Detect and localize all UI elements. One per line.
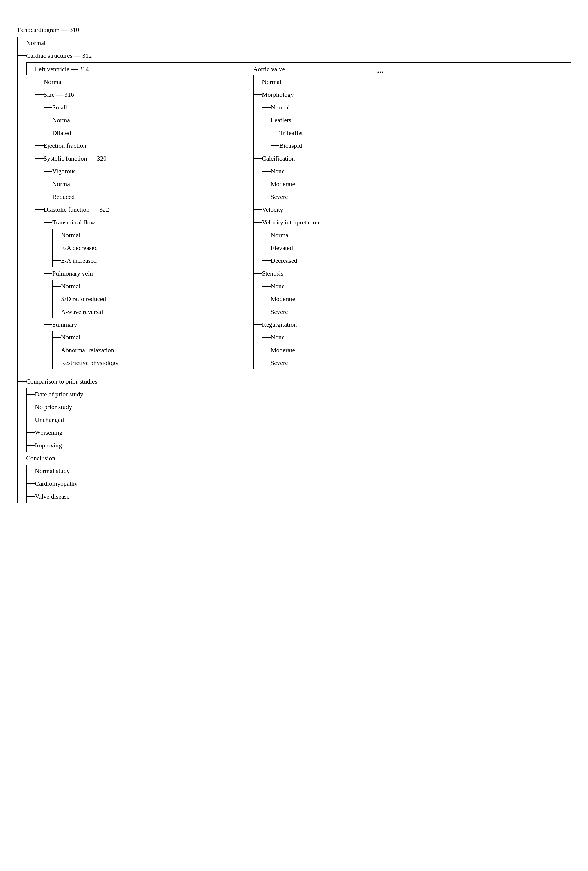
unchanged: Unchanged [27,413,83,426]
systolic-normal: Normal [44,178,76,190]
root-node: Echocardiogram — 310 Normal Cardiac stru… [17,23,571,503]
main-tree: Echocardiogram — 310 Normal Cardiac stru… [17,17,571,503]
pulm-sd-reduced: S/D ratio reduced [53,293,106,305]
sten-severe: Severe [262,305,295,318]
regurg-moderate: Moderate [262,344,295,356]
transmitral-ea-decreased: E/A decreased [53,242,97,254]
left-ventricle-label: Left ventricle [35,65,69,73]
pulm-a-wave: A-wave reversal [53,305,106,318]
sten-none: None [262,280,295,293]
velocity-interp-row: Velocity interpretation [254,216,319,229]
summary-abnormal: Abnormal relaxation [53,344,119,356]
aortic-valve-label: Aortic valve [253,65,285,73]
transmitral-normal: Normal [53,229,97,242]
pulm-normal: Normal [53,280,106,293]
cardiomyopathy: Cardiomyopathy [27,477,78,490]
vi-normal: Normal [262,229,297,242]
stenosis-row: Stenosis [254,267,319,280]
sten-moderate: Moderate [262,293,295,305]
left-ventricle-ref: 314 [79,65,89,73]
ellipsis-node: ... [377,63,383,75]
regurgitation-row: Regurgitation [254,318,319,331]
regurg-severe: Severe [262,356,295,369]
valve-disease: Valve disease [27,490,78,503]
node-left-ventricle-row: Left ventricle — 314 [27,63,207,75]
vi-decreased: Decreased [262,254,297,267]
date-prior: Date of prior study [27,388,83,401]
leaflets-row: Leaflets [262,114,303,127]
worsening: Worsening [27,426,83,439]
summary-normal: Normal [53,331,119,344]
av-normal: Normal [254,75,319,88]
diastolic-function-row: Diastolic function — 322 [36,203,207,216]
aortic-valve-row: Aortic valve [253,63,319,75]
transmitral-ea-increased: E/A increased [53,254,97,267]
calc-severe: Severe [262,190,295,203]
morphology-row: Morphology [254,88,319,101]
calc-none: None [262,165,295,178]
conclusion-row: Conclusion [18,452,571,464]
size-dilated: Dilated [44,127,72,139]
cardiac-structures-label: Cardiac structures [26,52,72,60]
systolic-function-row: Systolic function — 320 [36,152,207,165]
regurg-none: None [262,331,295,344]
bicuspid: Bicuspid [271,139,303,152]
calc-moderate: Moderate [262,178,295,190]
summary-restrictive: Restrictive physiology [53,356,119,369]
vi-elevated: Elevated [262,242,297,254]
improving: Improving [27,439,83,452]
node-cardiac-structures-row: Cardiac structures — 312 [18,49,571,62]
comparison-row: Comparison to prior studies [18,375,571,388]
ejection-fraction-row: Ejection fraction [36,139,207,152]
systolic-reduced: Reduced [44,190,76,203]
transmitral-flow-row: Transmitral flow [44,216,207,229]
size-small: Small [44,101,72,114]
size-row: Size — 316 [36,88,207,101]
calcification-row: Calcification [254,152,319,165]
normal-study: Normal study [27,464,78,477]
node-echocardiogram-normal: Normal [18,37,571,49]
root-ref: 310 [69,26,79,34]
lv-normal: Normal [36,75,207,88]
summary-row: Summary [44,318,207,331]
velocity-row: Velocity [254,203,319,216]
morph-normal: Normal [262,101,303,114]
root-label: Echocardiogram [17,26,60,34]
pulmonary-vein-row: Pulmonary vein [44,267,207,280]
systolic-vigorous: Vigorous [44,165,76,178]
size-normal: Normal [44,114,72,127]
no-prior: No prior study [27,401,83,413]
trileaflet: Trileaflet [271,127,303,139]
cardiac-structures-ref: 312 [82,52,92,60]
